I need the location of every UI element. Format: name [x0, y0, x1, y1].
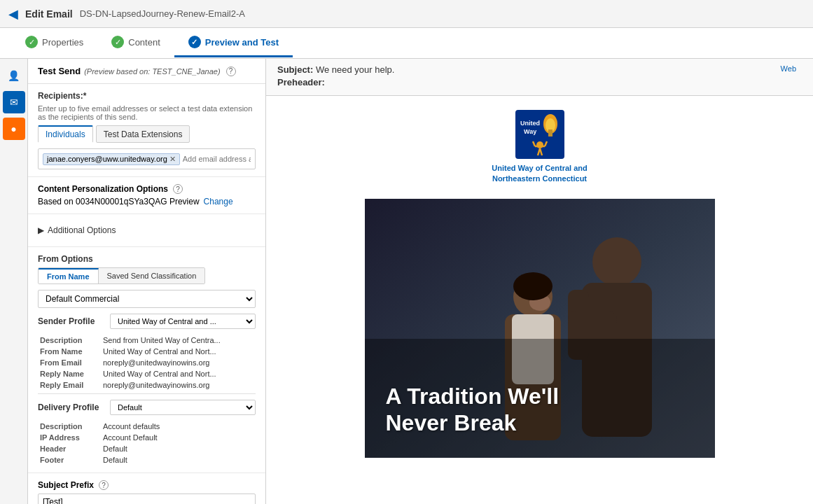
- tab-btn-test-data[interactable]: Test Data Extensions: [96, 125, 190, 143]
- right-panel: Subject: We need your help. Preheader: W…: [266, 59, 813, 504]
- from-options-section: From Options From Name Saved Send Classi…: [28, 247, 265, 473]
- sidebar-icon-circle[interactable]: ●: [3, 118, 25, 140]
- delivery-ip-row: IP Address Account Default: [38, 432, 256, 443]
- back-button[interactable]: ◀: [8, 6, 18, 22]
- logo-svg: United Way: [515, 110, 564, 159]
- delivery-desc-row: Description Account defaults: [38, 421, 256, 432]
- email-body: United Way: [365, 96, 715, 472]
- sender-profile-field: Sender Profile United Way of Central and…: [38, 314, 256, 329]
- preview-note: (Preview based on: TEST_CNE_Janae): [84, 67, 220, 76]
- personalization-help-icon[interactable]: ?: [173, 184, 183, 194]
- top-bar: ◀ Edit Email DS-DN-LapsedJourney-Renew-E…: [0, 0, 813, 28]
- subject-prefix-input[interactable]: [38, 493, 256, 504]
- sender-from-name-row: From Name United Way of Central and Nort…: [38, 346, 256, 357]
- email-tag: janae.conyers@uww.unitedway.org ✕: [43, 153, 180, 165]
- additional-options-toggle[interactable]: ▶ Additional Options: [38, 221, 256, 239]
- web-link[interactable]: Web: [781, 64, 802, 73]
- svg-point-21: [513, 272, 553, 300]
- sender-from-email-row: From Email noreply@unitedwayinowins.org: [38, 357, 256, 368]
- delivery-profile-table: Description Account defaults IP Address …: [38, 421, 256, 465]
- tab-preview-and-test[interactable]: ✓ Preview and Test: [174, 29, 293, 57]
- delivery-profile-dropdown[interactable]: Default: [110, 400, 256, 415]
- delivery-profile-field: Delivery Profile Default: [38, 400, 256, 415]
- personalization-change-link[interactable]: Change: [204, 197, 233, 206]
- recipients-section: Recipients:* Enter up to five email addr…: [28, 84, 265, 177]
- sidebar-icons: 👤 ✉ ●: [0, 59, 28, 504]
- tab-properties[interactable]: ✓ Properties: [11, 29, 97, 57]
- personalization-section: Content Personalization Options ? Based …: [28, 177, 265, 214]
- from-options-label: From Options: [38, 254, 256, 264]
- tab-content[interactable]: ✓ Content: [97, 29, 174, 57]
- sender-desc-row: Description Send from United Way of Cent…: [38, 335, 256, 346]
- hero-image: A Tradition We'll Never Break: [365, 199, 715, 458]
- united-way-logo: United Way: [492, 110, 588, 185]
- sidebar-icon-mail[interactable]: ✉: [3, 91, 25, 113]
- subject-prefix-help-icon[interactable]: ?: [99, 480, 109, 490]
- sender-profile-dropdown[interactable]: United Way of Central and ...: [110, 314, 256, 329]
- delivery-header-row: Header Default: [38, 443, 256, 454]
- svg-rect-19: [568, 311, 617, 328]
- additional-options-section: ▶ Additional Options: [28, 214, 265, 247]
- svg-text:Way: Way: [524, 128, 536, 135]
- preview-header: Subject: We need your help. Preheader: W…: [266, 59, 813, 96]
- sidebar-icon-profile[interactable]: 👤: [3, 64, 25, 87]
- main-layout: 👤 ✉ ● Test Send (Preview based on: TEST_…: [0, 59, 813, 504]
- svg-rect-5: [548, 130, 553, 136]
- test-send-title: Test Send: [38, 66, 81, 76]
- email-preview: United Way: [266, 96, 813, 504]
- logo-text: United Way of Central and Northeastern C…: [492, 163, 588, 185]
- sub-tab-saved-send[interactable]: Saved Send Classification: [99, 268, 205, 284]
- hero-overlay-text: A Tradition We'll Never Break: [386, 383, 560, 437]
- personalization-based-on: Based on 0034N00001qSYa3QAG Preview: [38, 197, 200, 206]
- test-send-help-icon[interactable]: ?: [226, 66, 236, 76]
- email-tag-remove-icon[interactable]: ✕: [169, 155, 176, 164]
- email-tags-box[interactable]: janae.conyers@uww.unitedway.org ✕: [38, 148, 256, 169]
- recipients-tabs: Individuals Test Data Extensions: [38, 125, 256, 143]
- delivery-profile-label: Delivery Profile: [38, 402, 104, 412]
- preview-check-icon: ✓: [188, 36, 201, 48]
- recipients-sublabel: Enter up to five email addresses or sele…: [38, 104, 256, 121]
- test-send-header: Test Send (Preview based on: TEST_CNE_Ja…: [28, 59, 265, 84]
- sender-profile-label: Sender Profile: [38, 316, 104, 326]
- recipients-label: Recipients:*: [38, 91, 256, 101]
- email-input[interactable]: [183, 155, 251, 163]
- page-title: Edit Email: [25, 8, 73, 20]
- sub-tab-from-name[interactable]: From Name: [39, 268, 99, 284]
- tab-btn-individuals[interactable]: Individuals: [38, 125, 93, 143]
- subject-prefix-label: Subject Prefix: [38, 480, 94, 490]
- properties-check-icon: ✓: [25, 36, 38, 48]
- left-panel: Test Send (Preview based on: TEST_CNE_Ja…: [28, 59, 266, 504]
- sender-reply-email-row: Reply Email noreply@unitedwayinowins.org: [38, 379, 256, 391]
- personalization-label: Content Personalization Options: [38, 184, 168, 194]
- personalization-based-on-row: Based on 0034N00001qSYa3QAG Preview Chan…: [38, 197, 256, 206]
- subject-prefix-section: Subject Prefix ? Multipart MIME Track Cl…: [28, 473, 265, 504]
- delivery-footer-row: Footer Default: [38, 454, 256, 465]
- from-options-subtabs: From Name Saved Send Classification: [38, 267, 205, 284]
- preheader-row: Preheader:: [277, 77, 394, 88]
- sender-profile-table: Description Send from United Way of Cent…: [38, 335, 256, 391]
- svg-text:United: United: [520, 120, 540, 127]
- subject-row: Subject: We need your help.: [277, 64, 394, 75]
- email-logo-area: United Way: [365, 96, 715, 199]
- chevron-right-icon: ▶: [38, 225, 44, 235]
- svg-point-6: [536, 141, 543, 148]
- tab-nav: ✓ Properties ✓ Content ✓ Preview and Tes…: [0, 28, 813, 59]
- page-subtitle: DS-DN-LapsedJourney-Renew-Email2-A: [80, 8, 245, 19]
- svg-rect-0: [515, 110, 564, 159]
- sender-reply-name-row: Reply Name United Way of Central and Nor…: [38, 368, 256, 379]
- from-options-dropdown[interactable]: Default Commercial: [38, 290, 256, 308]
- svg-point-13: [592, 237, 641, 286]
- content-check-icon: ✓: [111, 36, 124, 48]
